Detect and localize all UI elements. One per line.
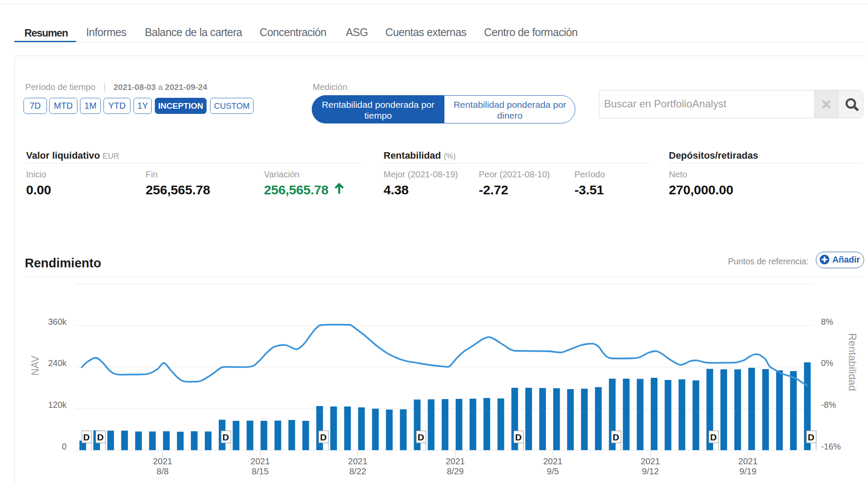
svg-text:2021: 2021: [641, 456, 660, 466]
svg-text:D: D: [808, 432, 814, 442]
svg-text:2021: 2021: [446, 456, 465, 466]
svg-text:0: 0: [62, 442, 67, 451]
svg-text:D: D: [97, 432, 103, 442]
svg-text:Rentabilidad: Rentabilidad: [847, 333, 858, 391]
svg-text:0%: 0%: [821, 358, 833, 368]
svg-text:8/8: 8/8: [157, 466, 169, 476]
svg-text:9/12: 9/12: [642, 466, 659, 476]
svg-text:8/15: 8/15: [252, 466, 269, 476]
svg-text:2021: 2021: [250, 456, 270, 466]
svg-text:D: D: [710, 432, 717, 442]
svg-text:2021: 2021: [738, 456, 758, 466]
svg-text:D: D: [613, 432, 619, 442]
svg-text:360k: 360k: [48, 317, 67, 326]
svg-text:-16%: -16%: [821, 442, 841, 451]
svg-text:D: D: [515, 432, 522, 442]
svg-text:120k: 120k: [48, 400, 67, 410]
svg-text:NAV: NAV: [30, 356, 41, 376]
svg-text:D: D: [320, 432, 327, 442]
svg-text:D: D: [223, 432, 229, 442]
svg-text:9/5: 9/5: [547, 466, 559, 476]
svg-text:2021: 2021: [348, 456, 367, 466]
svg-text:8/29: 8/29: [447, 466, 464, 476]
svg-text:8%: 8%: [821, 317, 833, 326]
svg-text:2021: 2021: [153, 456, 173, 466]
svg-text:D: D: [417, 432, 424, 442]
svg-text:8/22: 8/22: [349, 466, 366, 476]
svg-text:2021: 2021: [543, 456, 563, 466]
svg-text:9/19: 9/19: [739, 466, 756, 476]
svg-text:240k: 240k: [48, 358, 67, 368]
svg-text:-8%: -8%: [821, 400, 836, 410]
svg-text:D: D: [83, 432, 90, 442]
